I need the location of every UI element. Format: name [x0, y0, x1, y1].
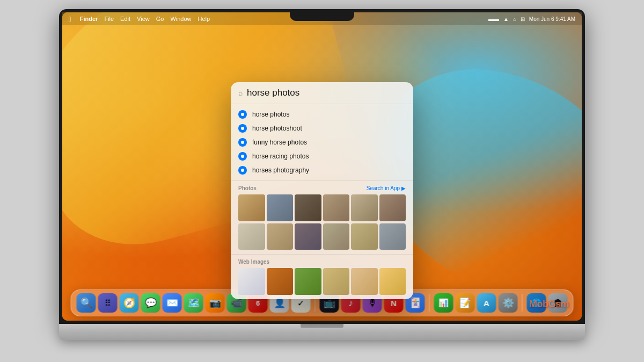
dock-app-finder[interactable]: 🔍 [77, 293, 96, 313]
podcasts-icon: 🎙 [368, 298, 377, 309]
menubar-window[interactable]: Window [170, 16, 191, 22]
suggestion-dot-icon [238, 138, 247, 147]
menubar-finder[interactable]: Finder [80, 16, 98, 22]
news-icon: N [391, 299, 397, 308]
photos-grid-row1 [238, 194, 406, 221]
suggestion-dot-icon [238, 166, 247, 175]
safari-icon: 🧭 [123, 297, 135, 309]
calendar-icon: 6 [256, 299, 260, 307]
suggestion-label: horse photos [252, 111, 289, 118]
photo-thumb[interactable] [323, 194, 350, 221]
suggestion-label: horse photoshoot [252, 125, 302, 132]
suggestion-dot-icon [238, 124, 247, 133]
menubar-view[interactable]: View [137, 16, 150, 22]
dock-app-settings[interactable]: ⚙️ [499, 293, 518, 313]
suggestion-label: horse racing photos [252, 153, 309, 160]
photo-thumb[interactable] [351, 223, 378, 250]
screen:  Finder File Edit View Go Window Help ▬… [62, 12, 582, 321]
web-section-header: Web Images [238, 259, 406, 265]
numbers-icon: 📊 [438, 298, 449, 308]
reminders-icon: ✓ [297, 298, 304, 308]
screen-bezel:  Finder File Edit View Go Window Help ▬… [59, 9, 585, 324]
dock-app-safari[interactable]: 🧭 [120, 293, 139, 313]
dock-app-numbers[interactable]: 📊 [434, 293, 453, 313]
web-images-grid [238, 268, 406, 295]
watermark-part1: MobG [529, 299, 555, 309]
music-icon: ♪ [348, 298, 353, 309]
spotlight-photos-section: Photos Search in App ▶ [231, 180, 413, 254]
photo-thumb[interactable] [379, 223, 406, 250]
menubar-file[interactable]: File [104, 16, 114, 22]
photos-icon: 📷 [209, 297, 221, 309]
photos-section-header: Photos Search in App ▶ [238, 185, 406, 191]
photo-thumb[interactable] [295, 223, 321, 250]
photo-thumb[interactable] [267, 223, 294, 250]
suggestion-item[interactable]: horses photography [231, 163, 413, 177]
control-center-icon[interactable]: ⊞ [521, 16, 525, 22]
apple-logo-icon:  [69, 15, 71, 23]
arrow-icon: ▶ [401, 185, 406, 191]
web-image-thumb[interactable] [323, 268, 350, 295]
photo-thumb[interactable] [351, 194, 378, 221]
spotlight-search-input[interactable]: horse photos [247, 88, 406, 98]
messages-icon: 💬 [145, 297, 157, 309]
web-image-thumb[interactable] [351, 268, 378, 295]
menubar-help[interactable]: Help [198, 16, 210, 22]
photo-thumb[interactable] [295, 194, 321, 221]
web-image-thumb[interactable] [295, 268, 321, 295]
web-image-thumb[interactable] [267, 268, 294, 295]
suggestion-item[interactable]: horse photos [231, 107, 413, 121]
mail-icon: ✉️ [166, 297, 178, 309]
dock-separator-2 [429, 294, 430, 312]
spotlight-panel: ⌕ horse photos horse photos horse photos… [231, 82, 413, 299]
dock-app-photos[interactable]: 📷 [206, 293, 225, 313]
suggestion-label: funny horse photos [252, 139, 307, 146]
suggestion-item[interactable]: horse racing photos [231, 149, 413, 163]
search-in-app-label: Search in App [367, 185, 400, 191]
web-section-title: Web Images [238, 259, 269, 265]
menubar-edit[interactable]: Edit [120, 16, 130, 22]
finder-icon: 🔍 [80, 297, 92, 309]
dock-app-pages[interactable]: 📝 [456, 293, 475, 313]
photo-thumb[interactable] [238, 223, 265, 250]
spotlight-suggestions: horse photos horse photoshoot funny hors… [231, 104, 413, 180]
web-image-thumb[interactable] [238, 268, 265, 295]
menubar-go[interactable]: Go [156, 16, 164, 22]
spotlight-search-bar: ⌕ horse photos [231, 82, 413, 104]
watermark: MobGsm [529, 299, 569, 310]
maps-icon: 🗺️ [188, 297, 200, 309]
spotlight-web-section: Web Images [231, 254, 413, 299]
launchpad-icon: ⠿ [105, 298, 111, 308]
photo-thumb[interactable] [238, 194, 265, 221]
laptop-bottom [59, 324, 585, 340]
dock-app-maps[interactable]: 🗺️ [184, 293, 203, 313]
dock-app-launchpad[interactable]: ⠿ [98, 293, 118, 313]
settings-icon: ⚙️ [502, 297, 514, 309]
suggestion-item[interactable]: funny horse photos [231, 135, 413, 149]
search-icon[interactable]: ⌕ [513, 16, 516, 22]
photo-thumb[interactable] [267, 194, 294, 221]
menubar-time: Mon Jun 6 9:41 AM [529, 16, 575, 22]
dock-app-appstore[interactable]: A [477, 293, 496, 313]
appstore-icon: A [484, 299, 489, 308]
dock-app-messages[interactable]: 💬 [141, 293, 160, 313]
dock-app-mail[interactable]: ✉️ [163, 293, 182, 313]
notch [290, 9, 354, 21]
photos-section-title: Photos [238, 185, 257, 191]
web-image-thumb[interactable] [379, 268, 406, 295]
photos-grid-row2 [238, 223, 406, 250]
photo-thumb[interactable] [379, 194, 406, 221]
dock-separator-3 [522, 294, 523, 312]
wallpaper:  Finder File Edit View Go Window Help ▬… [62, 12, 582, 321]
spotlight-search-icon: ⌕ [238, 89, 243, 97]
suggestion-dot-icon [238, 152, 247, 161]
suggestion-item[interactable]: horse photoshoot [231, 121, 413, 135]
menubar-left:  Finder File Edit View Go Window Help [69, 15, 210, 23]
laptop:  Finder File Edit View Go Window Help ▬… [59, 9, 585, 353]
menubar-right: ▬▬ ▲ ⌕ ⊞ Mon Jun 6 9:41 AM [488, 16, 575, 22]
watermark-part2: sm [555, 299, 569, 309]
photo-thumb[interactable] [323, 223, 350, 250]
suggestion-dot-icon [238, 110, 247, 119]
battery-icon: ▬▬ [488, 16, 499, 22]
search-in-app-button[interactable]: Search in App ▶ [367, 185, 406, 191]
